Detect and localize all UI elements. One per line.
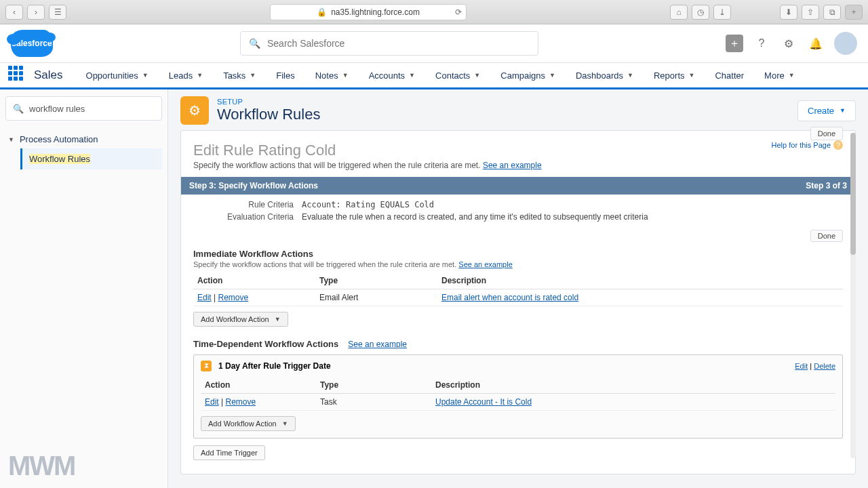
edit-trigger-link[interactable]: Edit xyxy=(795,362,808,370)
gear-icon: ⚙ xyxy=(180,96,209,125)
nav-leads[interactable]: Leads▼ xyxy=(159,62,212,89)
add-workflow-action-button[interactable]: Add Workflow Action▼ xyxy=(201,416,296,431)
sidebar-search[interactable]: 🔍 workflow rules xyxy=(5,96,162,121)
delete-trigger-link[interactable]: Delete xyxy=(814,362,835,370)
see-example-link[interactable]: See an example xyxy=(483,161,542,170)
help-for-page[interactable]: Help for this Page? xyxy=(772,140,843,150)
forward-button[interactable]: › xyxy=(27,5,45,20)
create-button[interactable]: Create▼ xyxy=(797,100,856,121)
scrollbar[interactable] xyxy=(850,133,856,458)
home-icon[interactable]: ⌂ xyxy=(670,5,688,20)
watermark: MWM xyxy=(8,451,75,481)
nav-accounts[interactable]: Accounts▼ xyxy=(359,62,425,89)
nav-files[interactable]: Files xyxy=(267,62,304,89)
edit-rule-title: Edit Rule Rating Cold xyxy=(181,131,855,161)
table-row: Edit | Remove Task Update Account - It i… xyxy=(201,394,835,411)
history-icon[interactable]: ◷ xyxy=(692,5,709,20)
app-name: Sales xyxy=(34,68,63,82)
chevron-down-icon: ▼ xyxy=(840,107,846,114)
add-workflow-action-button[interactable]: Add Workflow Action▼ xyxy=(193,312,288,327)
setup-eyebrow: SETUP xyxy=(217,98,320,106)
tabs-icon[interactable]: ⧉ xyxy=(823,5,841,20)
main-content: ⚙ SETUP Workflow Rules Create▼ Done Help… xyxy=(168,89,868,488)
avatar[interactable] xyxy=(834,32,857,55)
reload-icon[interactable]: ⟳ xyxy=(455,7,462,17)
chevron-down-icon: ▼ xyxy=(275,316,281,323)
time-trigger-title: 1 Day After Rule Trigger Date xyxy=(218,361,331,371)
sidebar-toggle[interactable]: ☰ xyxy=(49,5,66,20)
global-search[interactable]: 🔍 xyxy=(240,31,538,56)
chevron-down-icon: ▼ xyxy=(8,136,14,143)
table-row: Edit | Remove Email Alert Email alert wh… xyxy=(193,289,843,306)
done-button[interactable]: Done xyxy=(810,127,843,140)
new-tab-icon[interactable]: ＋ xyxy=(845,5,863,20)
remove-link[interactable]: Remove xyxy=(218,293,248,302)
action-desc-link[interactable]: Update Account - It is Cold xyxy=(435,397,532,407)
search-icon: 🔍 xyxy=(249,38,260,49)
salesforce-logo[interactable]: salesforce xyxy=(11,30,53,57)
see-example-link[interactable]: See an example xyxy=(348,340,407,349)
setup-sidebar: 🔍 workflow rules ▼ Process Automation Wo… xyxy=(0,89,168,488)
tree-workflow-rules[interactable]: Workflow Rules xyxy=(20,148,162,169)
help-icon[interactable]: ? xyxy=(753,35,770,52)
nav-chatter[interactable]: Chatter xyxy=(705,62,753,89)
edit-link[interactable]: Edit xyxy=(205,397,219,407)
notifications-icon[interactable]: 🔔 xyxy=(807,35,825,52)
back-button[interactable]: ‹ xyxy=(5,5,23,20)
search-input[interactable] xyxy=(267,38,530,49)
nav-campaigns[interactable]: Campaigns▼ xyxy=(491,62,565,89)
sidebar-search-text: workflow rules xyxy=(29,104,85,114)
action-desc-link[interactable]: Email alert when account is rated cold xyxy=(441,293,578,302)
search-icon: 🔍 xyxy=(13,104,24,114)
done-button-inline[interactable]: Done xyxy=(810,230,843,242)
share-icon[interactable]: ⇪ xyxy=(802,5,819,20)
remove-link[interactable]: Remove xyxy=(225,397,256,407)
global-header: salesforce 🔍 ＋ ? ⚙ 🔔 xyxy=(0,24,868,62)
add-time-trigger-button[interactable]: Add Time Trigger xyxy=(193,445,265,460)
nav-reports[interactable]: Reports▼ xyxy=(644,62,704,89)
edit-link[interactable]: Edit xyxy=(197,293,212,302)
classic-iframe-panel: Done Help for this Page? Edit Rule Ratin… xyxy=(180,130,856,474)
url-bar[interactable]: 🔒 na35.lightning.force.com ⟳ xyxy=(270,4,467,20)
nav-notes[interactable]: Notes▼ xyxy=(306,62,358,89)
nav-dashboards[interactable]: Dashboards▼ xyxy=(566,62,643,89)
url-text: na35.lightning.force.com xyxy=(331,7,420,17)
page-title: Workflow Rules xyxy=(217,106,320,123)
app-nav: Sales Opportunities▼ Leads▼ Tasks▼ Files… xyxy=(0,62,868,89)
download-icon[interactable]: ⬇ xyxy=(780,5,797,20)
nav-contacts[interactable]: Contacts▼ xyxy=(426,62,490,89)
time-actions-table: Action Type Description Edit | Remove Ta… xyxy=(201,377,835,411)
immediate-actions-header: Immediate Workflow Actions xyxy=(181,242,855,260)
edit-rule-subtitle: Specify the workflow actions that will b… xyxy=(181,161,855,177)
downloads-tray-icon[interactable]: ⤓ xyxy=(713,5,731,20)
step-bar: Step 3: Specify Workflow ActionsStep 3 o… xyxy=(181,177,855,195)
time-trigger-box: ⧗ 1 Day After Rule Trigger Date Edit | D… xyxy=(193,354,843,439)
browser-toolbar: ‹ › ☰ 🔒 na35.lightning.force.com ⟳ ⌂ ◷ ⤓… xyxy=(0,0,868,24)
nav-opportunities[interactable]: Opportunities▼ xyxy=(77,62,158,89)
chevron-down-icon: ▼ xyxy=(282,420,288,427)
hourglass-icon: ⧗ xyxy=(201,361,212,371)
rule-criteria-block: Rule Criteria Account: Rating EQUALS Col… xyxy=(181,195,855,227)
see-example-link[interactable]: See an example xyxy=(458,260,513,268)
lock-icon: 🔒 xyxy=(317,7,327,17)
nav-more[interactable]: More▼ xyxy=(755,62,804,89)
global-add-icon[interactable]: ＋ xyxy=(726,35,743,52)
immediate-actions-table: Action Type Description Edit | Remove Em… xyxy=(193,272,843,306)
setup-gear-icon[interactable]: ⚙ xyxy=(780,35,797,52)
time-dependent-header: Time-Dependent Workflow Actions xyxy=(193,339,338,349)
tree-process-automation[interactable]: ▼ Process Automation xyxy=(5,130,162,148)
app-launcher-icon[interactable] xyxy=(8,66,27,85)
nav-tasks[interactable]: Tasks▼ xyxy=(214,62,265,89)
chevron-down-icon: ▼ xyxy=(142,72,149,79)
